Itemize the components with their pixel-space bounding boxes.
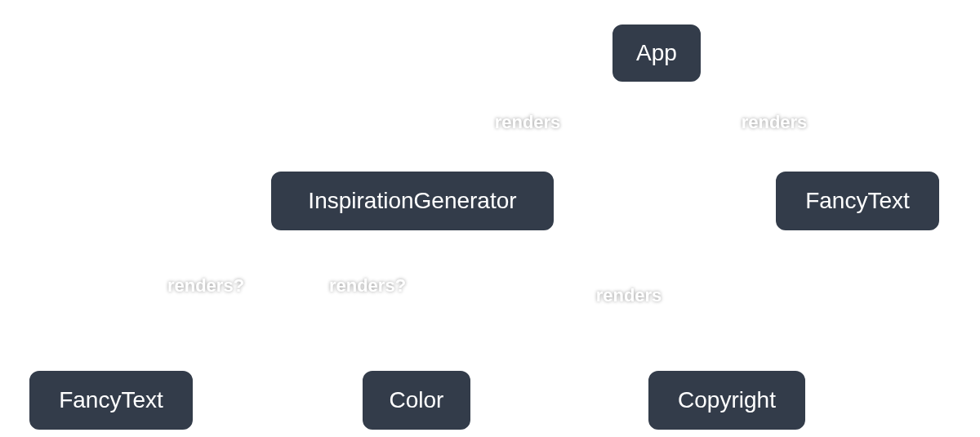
node-fancytext-right: FancyText xyxy=(774,170,941,232)
node-label: App xyxy=(636,40,677,66)
node-fancytext-left: FancyText xyxy=(28,369,194,431)
edge-ig-to-color xyxy=(310,232,416,369)
edge-label-app-ig: renders xyxy=(495,112,561,133)
node-label: FancyText xyxy=(59,387,163,413)
edge-label-ig-fancytext-left: renders? xyxy=(167,275,244,297)
node-inspiration-generator: InspirationGenerator xyxy=(270,170,555,232)
edge-ig-to-fancytext-left xyxy=(110,232,310,369)
node-label: InspirationGenerator xyxy=(308,188,516,214)
node-label: Copyright xyxy=(678,387,776,413)
edge-label-ig-color: renders? xyxy=(329,275,406,297)
node-label: Color xyxy=(390,387,444,413)
edge-label-app-fancytext-right: renders xyxy=(742,112,808,133)
node-copyright: Copyright xyxy=(647,369,807,431)
node-label: FancyText xyxy=(805,188,910,214)
edge-label-ig-copyright: renders xyxy=(596,285,662,306)
component-tree-diagram: App InspirationGenerator FancyText Fancy… xyxy=(0,0,980,437)
node-app: App xyxy=(611,23,702,83)
node-color: Color xyxy=(361,369,472,431)
